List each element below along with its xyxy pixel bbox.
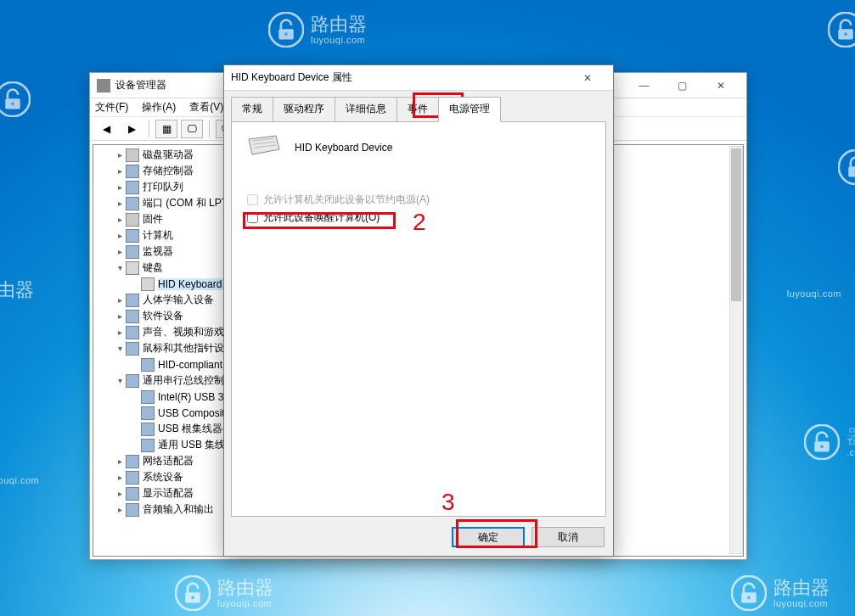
screen-icon: 🖵 (187, 123, 197, 135)
tab-power[interactable]: 电源管理 (438, 97, 501, 122)
tree-label: 音频输入和输出 (143, 502, 214, 517)
device-icon (126, 455, 139, 468)
checkbox-power-save: 允许计算机关闭此设备以节约电源(A) (247, 193, 590, 207)
tree-label: 通用串行总线控制器 (143, 373, 234, 388)
twisty-icon[interactable]: ▸ (114, 489, 126, 498)
tree-label: 系统设备 (143, 470, 183, 484)
device-icon (126, 471, 139, 484)
device-icon (141, 439, 155, 452)
device-icon (126, 503, 139, 517)
device-icon (126, 245, 139, 259)
device-icon (126, 342, 139, 356)
device-icon (126, 261, 139, 275)
lock-icon (804, 424, 840, 460)
grid-icon: ▦ (162, 123, 172, 135)
twisty-icon[interactable]: ▸ (114, 182, 126, 192)
ok-button[interactable]: 确定 (452, 527, 525, 547)
device-icon (141, 277, 155, 291)
twisty-icon[interactable]: ▾ (114, 344, 126, 353)
twisty-icon[interactable]: ▸ (114, 473, 126, 482)
checkbox-label: 允许此设备唤醒计算机(O) (263, 210, 380, 225)
watermark: 路由器 (0, 280, 34, 300)
dialog-titlebar[interactable]: HID Keyboard Device 属性 ✕ (224, 65, 613, 91)
tb-icon[interactable]: ▦ (155, 120, 177, 138)
twisty-icon[interactable]: ▸ (114, 247, 126, 256)
tab-events[interactable]: 事件 (397, 97, 439, 122)
watermark (838, 149, 855, 185)
twisty-icon[interactable]: ▸ (114, 328, 126, 337)
device-icon (126, 487, 139, 501)
lock-icon (731, 575, 767, 611)
tab-details[interactable]: 详细信息 (335, 97, 397, 122)
watermark: luyouqi.com (0, 475, 39, 485)
tree-label: 磁盘驱动器 (143, 148, 194, 162)
tree-label: 显示适配器 (143, 486, 194, 501)
minimize-button[interactable]: — (625, 74, 663, 98)
window-title: 设备管理器 (115, 78, 166, 92)
menu-action[interactable]: 操作(A) (142, 100, 176, 115)
tree-label: 计算机 (143, 228, 173, 243)
twisty-icon[interactable]: ▸ (114, 166, 126, 176)
twisty-icon[interactable]: ▸ (114, 231, 126, 240)
device-icon (141, 390, 155, 404)
device-icon (126, 197, 139, 210)
watermark (0, 81, 31, 117)
device-icon (141, 406, 155, 420)
tree-label: 固件 (143, 212, 163, 227)
app-icon (97, 79, 110, 92)
twisty-icon[interactable]: ▾ (114, 376, 126, 385)
tree-label: 软件设备 (143, 309, 183, 323)
watermark: luyouqi.com (787, 288, 841, 299)
lock-icon (838, 149, 855, 185)
checkbox-input (247, 194, 258, 205)
device-icon (126, 213, 139, 227)
tb-icon[interactable]: 🖵 (181, 120, 203, 138)
tabs: 常规 驱动程序 详细信息 事件 电源管理 (231, 96, 606, 121)
device-icon (141, 358, 155, 372)
twisty-icon[interactable]: ▾ (114, 263, 126, 272)
twisty-icon[interactable]: ▸ (114, 199, 126, 208)
checkbox-input[interactable] (247, 212, 258, 223)
device-icon (126, 326, 139, 339)
back-button[interactable]: ◀ (95, 120, 117, 138)
tree-label: 打印队列 (143, 180, 183, 194)
menu-view[interactable]: 查看(V) (189, 100, 223, 115)
twisty-icon[interactable]: ▸ (114, 505, 126, 514)
twisty-icon[interactable]: ▸ (114, 311, 126, 321)
maximize-button[interactable]: ▢ (663, 74, 701, 98)
keyboard-icon (247, 134, 281, 160)
close-button[interactable]: ✕ (701, 74, 740, 98)
device-icon (126, 181, 139, 194)
checkbox-label: 允许计算机关闭此设备以节约电源(A) (263, 193, 430, 207)
twisty-icon[interactable]: ▸ (114, 295, 126, 305)
lock-icon (175, 575, 211, 611)
tree-label: 人体学输入设备 (143, 293, 214, 307)
scrollbar[interactable] (729, 146, 743, 554)
watermark (828, 12, 855, 48)
twisty-icon[interactable]: ▸ (114, 215, 126, 224)
device-icon (126, 294, 139, 307)
tree-label: 存储控制器 (143, 164, 194, 178)
tree-label: 网络适配器 (143, 454, 194, 468)
dialog-title: HID Keyboard Device 属性 (231, 70, 352, 85)
device-icon (126, 374, 139, 388)
twisty-icon[interactable]: ▸ (114, 150, 126, 160)
twisty-icon[interactable]: ▸ (114, 456, 126, 466)
lock-icon (268, 12, 304, 48)
dialog-close-button[interactable]: ✕ (568, 66, 606, 90)
scroll-thumb[interactable] (731, 148, 741, 301)
forward-button[interactable]: ▶ (121, 120, 143, 138)
device-icon (141, 423, 155, 436)
device-icon (126, 310, 139, 323)
tab-driver[interactable]: 驱动程序 (273, 97, 335, 122)
tree-label: 键盘 (143, 260, 163, 275)
checkbox-wake[interactable]: 允许此设备唤醒计算机(O) (247, 210, 590, 225)
watermark: 器.com (804, 424, 855, 460)
tab-page-power: HID Keyboard Device 允许计算机关闭此设备以节约电源(A) 允… (231, 121, 606, 517)
device-name: HID Keyboard Device (295, 142, 392, 154)
cancel-button[interactable]: 取消 (532, 527, 605, 547)
tab-general[interactable]: 常规 (231, 97, 273, 122)
watermark: 路由器luyouqi.com (175, 575, 273, 611)
menu-file[interactable]: 文件(F) (95, 100, 128, 115)
device-icon (126, 165, 139, 178)
